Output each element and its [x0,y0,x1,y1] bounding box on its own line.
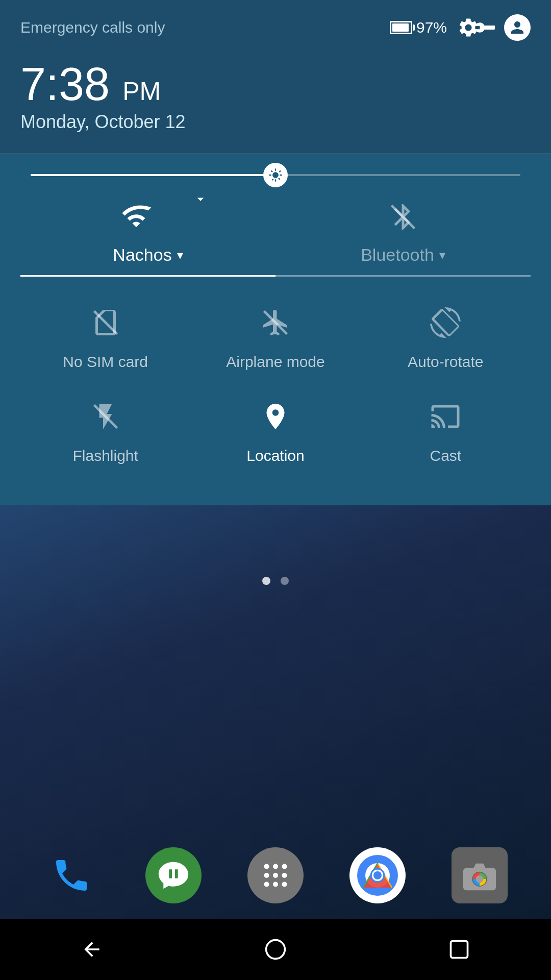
svg-rect-22 [451,941,468,958]
cast-label: Cast [430,447,461,464]
location-icon [260,401,291,439]
time-period: PM [122,77,161,106]
time-value: 7:38 [20,59,110,110]
hangouts-app[interactable] [145,847,202,903]
brightness-slider[interactable] [31,174,520,176]
wifi-label-row: Nachos ▾ [113,245,183,265]
wifi-dropdown-arrow[interactable]: ▾ [177,248,183,262]
phone-app[interactable] [43,847,99,903]
airplane-icon [260,307,291,345]
svg-point-6 [282,864,287,869]
toggle-row-2: Flashlight Location Cast [20,391,531,475]
svg-point-8 [273,873,278,878]
svg-point-9 [282,873,287,878]
nosim-icon [90,307,121,345]
settings-icons[interactable] [457,16,494,39]
date-display: Monday, October 12 [20,111,531,133]
wifi-bluetooth-row: Nachos ▾ Bluetooth ▾ [20,202,531,277]
nosim-label: No SIM card [63,353,148,371]
notification-shade: Emergency calls only 97% [0,0,551,505]
datetime-section: 7:38 PM Monday, October 12 [0,51,551,154]
svg-point-10 [264,882,269,887]
svg-point-11 [273,882,278,887]
svg-point-12 [282,882,287,887]
toggle-row-1: No SIM card Airplane mode Auto-rotate [20,297,531,381]
nav-bar [0,919,551,980]
svg-point-17 [373,871,382,879]
brightness-thumb[interactable] [263,163,288,187]
bluetooth-dropdown-arrow[interactable]: ▾ [439,248,445,262]
nosim-toggle[interactable]: No SIM card [55,297,157,381]
brightness-row[interactable] [20,174,531,176]
battery-percent: 97% [416,19,447,36]
home-dock [0,837,551,914]
page-indicators [0,577,551,585]
flashlight-icon [90,401,121,439]
autorotate-label: Auto-rotate [408,353,483,371]
cast-icon [430,401,461,439]
camera-app[interactable] [452,847,508,903]
flashlight-toggle[interactable]: Flashlight [55,391,157,475]
bluetooth-icon [388,202,418,239]
wifi-icon [118,202,178,239]
cast-toggle[interactable]: Cast [394,391,496,475]
status-right-icons: 97% [390,14,531,41]
status-bar: Emergency calls only 97% [0,0,551,51]
battery-icon [390,21,412,34]
page-dot-1 [262,577,270,585]
battery-container: 97% [390,19,447,36]
recents-button[interactable] [439,929,480,970]
bluetooth-label: Bluetooth [361,245,434,265]
autorotate-icon [430,307,461,345]
bluetooth-label-row: Bluetooth ▾ [361,245,445,265]
airplane-toggle[interactable]: Airplane mode [224,297,327,381]
svg-point-21 [266,940,285,959]
svg-point-5 [273,864,278,869]
flashlight-label: Flashlight [72,447,138,464]
account-icon[interactable] [504,14,531,41]
wifi-toggle[interactable]: Nachos ▾ [20,202,276,277]
wifi-label: Nachos [113,245,171,265]
time-display: 7:38 PM [20,61,531,107]
svg-point-4 [264,864,269,869]
launcher-app[interactable] [247,847,304,903]
svg-point-7 [264,873,269,878]
chrome-app[interactable] [349,847,406,903]
back-button[interactable] [71,929,112,970]
brightness-fill [31,174,276,176]
brightness-sun-icon [268,168,283,182]
emergency-text: Emergency calls only [20,19,165,36]
home-button[interactable] [255,929,296,970]
airplane-label: Airplane mode [226,353,324,371]
page-dot-2 [281,577,289,585]
battery-fill [392,23,409,32]
location-label: Location [246,447,304,464]
autorotate-toggle[interactable]: Auto-rotate [394,297,496,381]
bluetooth-toggle[interactable]: Bluetooth ▾ [276,202,531,277]
quick-settings-panel: Nachos ▾ Bluetooth ▾ [0,154,551,505]
location-toggle[interactable]: Location [224,391,327,475]
